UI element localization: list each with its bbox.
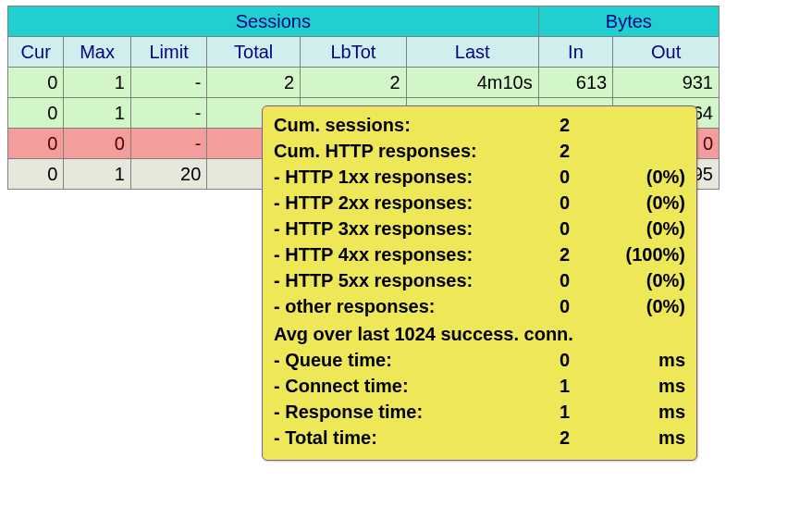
col-limit: Limit [130,37,207,68]
cell-cur: 0 [8,68,64,98]
cum-http-value: 2 [542,138,570,164]
connect-unit: ms [570,373,685,399]
col-in: In [538,37,613,68]
http5xx-pct: (0%) [570,267,685,293]
col-cur: Cur [8,37,64,68]
queue-label: - Queue time: [274,347,542,373]
header-sessions: Sessions [8,6,539,37]
http3xx-pct: (0%) [570,216,685,241]
other-value: 0 [542,293,570,319]
col-last: Last [406,37,538,68]
cell-cur: 0 [8,129,64,159]
http1xx-value: 0 [542,164,570,190]
header-bytes: Bytes [538,6,719,37]
queue-unit: ms [570,347,685,373]
cell-max: 1 [64,98,130,129]
cell-max: 0 [64,129,130,159]
total-label: - Total time: [274,425,542,451]
queue-value: 0 [542,347,570,373]
connect-label: - Connect time: [274,373,542,399]
http3xx-label: - HTTP 3xx responses: [274,216,542,241]
stats-tooltip: Cum. sessions: 2 Cum. HTTP responses: 2 … [262,105,697,461]
total-value: 2 [542,425,570,451]
http1xx-label: - HTTP 1xx responses: [274,164,542,190]
cell-limit: - [130,98,207,129]
connect-value: 1 [542,373,570,399]
col-max: Max [64,37,130,68]
cell-cur: 0 [8,98,64,129]
http2xx-pct: (0%) [570,190,685,216]
http5xx-value: 0 [542,267,570,293]
resp-unit: ms [570,399,685,425]
cell-total: 2 [207,68,301,98]
http2xx-value: 0 [542,190,570,216]
resp-label: - Response time: [274,399,542,425]
table-row[interactable]: 01-224m10s613931 [8,68,720,98]
col-total: Total [207,37,301,68]
http4xx-pct: (100%) [570,241,685,267]
cell-in: 613 [538,68,613,98]
cum-sessions-label: Cum. sessions: [274,112,542,138]
cell-limit: - [130,129,207,159]
cell-max: 1 [64,159,130,190]
http2xx-label: - HTTP 2xx responses: [274,190,542,216]
cell-lbtot: 2 [301,68,407,98]
cum-sessions-value: 2 [542,112,570,138]
cell-max: 1 [64,68,130,98]
http3xx-value: 0 [542,216,570,241]
other-label: - other responses: [274,293,542,319]
cell-limit: 20 [130,159,207,190]
cell-cur: 0 [8,159,64,190]
http5xx-label: - HTTP 5xx responses: [274,267,542,293]
cell-out: 931 [613,68,720,98]
cum-http-label: Cum. HTTP responses: [274,138,542,164]
total-unit: ms [570,425,685,451]
http4xx-value: 2 [542,241,570,267]
cell-limit: - [130,68,207,98]
cell-last: 4m10s [406,68,538,98]
http1xx-pct: (0%) [570,164,685,190]
resp-value: 1 [542,399,570,425]
col-out: Out [613,37,720,68]
col-lbtot: LbTot [301,37,407,68]
avg-heading: Avg over last 1024 success. conn. [274,321,685,347]
other-pct: (0%) [570,293,685,319]
http4xx-label: - HTTP 4xx responses: [274,241,542,267]
